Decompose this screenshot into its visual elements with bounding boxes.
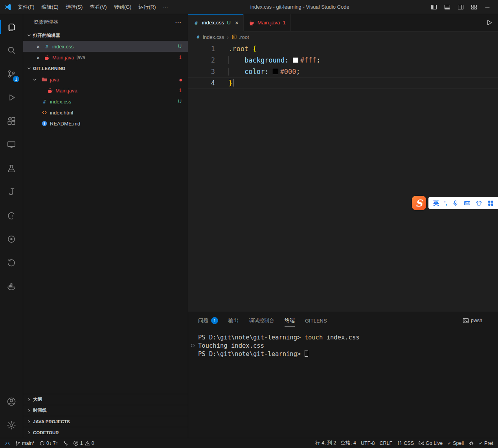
activity-search[interactable] [0, 39, 23, 62]
open-editor-main-java[interactable]: ×Main.javajava1 [23, 52, 188, 63]
terminal-line: Touching index.css [188, 342, 498, 350]
toggle-panel-button[interactable] [441, 2, 453, 12]
section-java-projects[interactable]: JAVA PROJECTS [23, 416, 188, 427]
open-editor-index-css[interactable]: ×#index.cssU [23, 41, 188, 52]
ime-mode-toggle[interactable]: 英 [433, 199, 439, 207]
keyboard-icon[interactable] [464, 200, 470, 206]
activity-testing[interactable] [0, 157, 23, 180]
status-language-mode[interactable]: {}CSS [395, 438, 416, 448]
tree-item-folder-java[interactable]: java● [23, 74, 188, 85]
activity-remote-explorer[interactable] [0, 133, 23, 157]
code-line[interactable]: 4} [188, 77, 498, 89]
activity-gradle[interactable] [0, 204, 23, 227]
close-icon[interactable]: × [35, 55, 41, 61]
status-encoding[interactable]: UTF-8 [358, 438, 377, 448]
color-swatch[interactable] [273, 69, 278, 74]
status-spell-checker[interactable]: ✓Spell [445, 438, 466, 448]
status-go-live[interactable]: Go Live [416, 438, 445, 448]
status-sync-changes[interactable]: 0↓ 7↑ [37, 438, 61, 448]
menu-view[interactable]: 查看(V) [86, 0, 110, 14]
text-cursor [233, 79, 233, 87]
menu-bar: 文件(F)编辑(E)选择(S)查看(V)转到(G)运行(R)⋯ [14, 0, 171, 14]
activity-codetour[interactable] [0, 227, 23, 251]
terminal-output[interactable]: PS D:\git\note\git-learning> touch index… [188, 329, 498, 438]
line-number: 1 [188, 43, 215, 55]
section-timeline[interactable]: 时间线 [23, 405, 188, 416]
menu-more[interactable]: ⋯ [159, 0, 171, 14]
code-line[interactable]: 2 background: #fff; [188, 55, 498, 66]
activity-java[interactable] [0, 180, 23, 204]
tree-item-readme-md[interactable]: README.md [23, 118, 188, 129]
skin-icon[interactable] [476, 200, 482, 206]
command-decoration-icon[interactable] [191, 344, 195, 347]
file-description: java [77, 55, 85, 60]
tree-item-index-html[interactable]: index.html [23, 107, 188, 118]
mic-icon[interactable] [452, 200, 459, 206]
menu-selection[interactable]: 选择(S) [62, 0, 86, 14]
svg-text:#: # [45, 44, 48, 50]
toolbox-icon[interactable] [487, 200, 494, 206]
menu-go[interactable]: 转到(G) [110, 0, 135, 14]
close-icon[interactable]: × [35, 44, 41, 50]
status-prettier[interactable]: ✓Pret [476, 438, 496, 448]
customize-layout-button[interactable] [468, 2, 480, 12]
workspace-root-header[interactable]: GIT-LEARNING [23, 63, 188, 74]
status-debug-extension[interactable] [466, 438, 476, 448]
minimize-button[interactable] [481, 2, 493, 12]
breadcrumb-item[interactable]: .root [232, 34, 249, 40]
status-indentation[interactable]: 空格: 4 [338, 438, 358, 448]
activity-containers[interactable] [0, 275, 23, 298]
punctuation-toggle[interactable]: ’, [444, 200, 447, 206]
activity-settings[interactable] [0, 413, 23, 437]
run-file-button[interactable] [486, 19, 492, 26]
code-line[interactable]: 3 color: #000; [188, 66, 498, 77]
status-source-control-graph[interactable] [61, 438, 71, 448]
more-actions-icon[interactable]: ⋯ [175, 18, 182, 26]
line-number: 3 [188, 66, 215, 77]
file-label: index.html [50, 110, 73, 116]
braces-icon: {} [397, 441, 402, 445]
activity-restore[interactable] [0, 251, 23, 275]
code-line[interactable]: 1.root { [188, 43, 498, 55]
panel-tab-debug-console[interactable]: 调试控制台 [249, 312, 274, 329]
panel-tab-problems[interactable]: 问题1 [198, 312, 218, 329]
panel-tab-output[interactable]: 输出 [228, 312, 239, 329]
code-editor[interactable]: 1.root {2 background: #fff;3 color: #000… [188, 42, 498, 312]
tab-index-css[interactable]: #index.cssU× [188, 14, 244, 31]
bug-icon [469, 441, 474, 446]
ime-bar: 英 ’, [428, 197, 498, 209]
close-icon[interactable]: × [235, 19, 239, 26]
tree-item-index-css[interactable]: #index.cssU [23, 96, 188, 107]
java-file-icon [248, 20, 255, 26]
tree-item-main-java[interactable]: Main.java1 [23, 85, 188, 96]
status-cursor-position[interactable]: 行 4, 列 2 [313, 438, 338, 448]
status-git-branch[interactable]: main* [13, 438, 37, 448]
sogou-logo-icon[interactable]: S [412, 196, 426, 210]
section-outline[interactable]: 大纲 [23, 394, 188, 405]
section-codetour[interactable]: CODETOUR [23, 427, 188, 438]
color-swatch[interactable] [293, 57, 298, 63]
svg-text:#: # [195, 20, 198, 26]
terminal-shell-button[interactable]: pwsh [463, 317, 482, 324]
status-problems[interactable]: 10 [71, 438, 97, 448]
status-remote-indicator[interactable] [2, 438, 13, 448]
panel-tab-gitlens[interactable]: GITLENS [305, 312, 327, 329]
menu-edit[interactable]: 编辑(E) [38, 0, 62, 14]
toggle-primary-sidebar-button[interactable] [428, 2, 440, 12]
open-editors-header[interactable]: 打开的编辑器 [23, 30, 188, 41]
activity-accounts[interactable] [0, 390, 23, 413]
tab-main-java[interactable]: Main.java1 [244, 14, 291, 31]
menu-file[interactable]: 文件(F) [14, 0, 38, 14]
status-eol[interactable]: CRLF [377, 438, 395, 448]
breadcrumb-item[interactable]: #index.css [195, 34, 224, 40]
symbol-class-icon [232, 34, 237, 40]
activity-explorer[interactable] [0, 15, 23, 39]
toggle-secondary-sidebar-button[interactable] [455, 2, 467, 12]
panel-tab-terminal[interactable]: 终端 [285, 312, 295, 329]
menu-run[interactable]: 运行(R) [135, 0, 159, 14]
activity-source-control[interactable]: 1 [0, 62, 23, 86]
activity-run-debug[interactable] [0, 86, 23, 109]
activity-extensions[interactable] [0, 109, 23, 133]
warning-icon [85, 441, 90, 446]
css-icon: # [195, 34, 201, 40]
